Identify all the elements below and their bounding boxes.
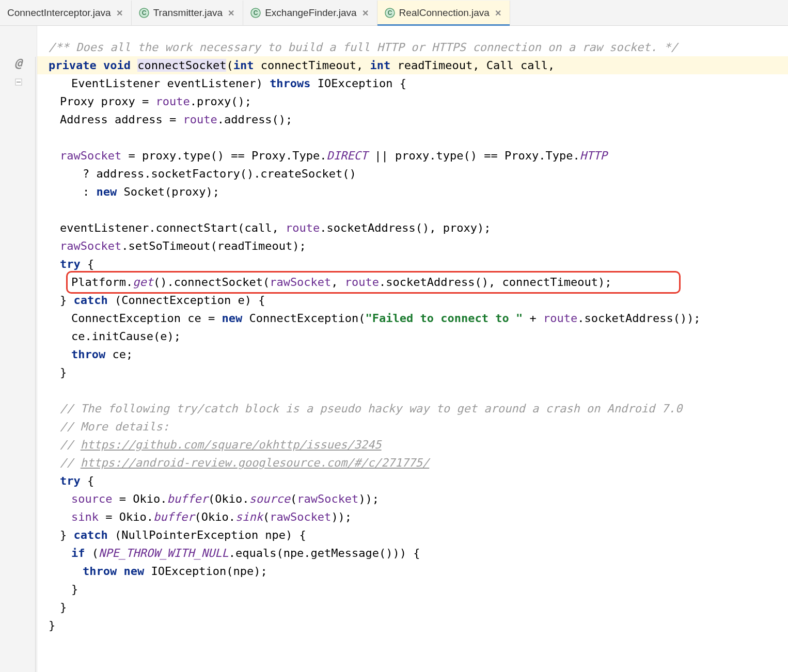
code-line: Proxy proxy = route.proxy(); bbox=[37, 92, 788, 110]
code-line: eventListener.connectStart(call, route.s… bbox=[37, 219, 788, 237]
code-line: } bbox=[37, 363, 788, 381]
fold-toggle-icon[interactable] bbox=[15, 78, 22, 86]
tab-connectinterceptor[interactable]: ConnectInterceptor.java ✕ bbox=[0, 1, 132, 25]
blank-line bbox=[37, 129, 788, 147]
blank-line bbox=[37, 381, 788, 399]
comment-link: // https://android-review.googlesource.c… bbox=[37, 454, 788, 472]
tab-label: ExchangeFinder.java bbox=[265, 7, 356, 19]
highlighted-call: Platform.get().connectSocket(rawSocket, … bbox=[37, 273, 788, 291]
code-line: ? address.socketFactory().createSocket() bbox=[37, 165, 788, 183]
code-line: : new Socket(proxy); bbox=[37, 183, 788, 201]
fold-guide bbox=[35, 57, 36, 672]
code-line: try { bbox=[37, 255, 788, 273]
code-line: rawSocket.setSoTimeout(readTimeout); bbox=[37, 237, 788, 255]
tab-realconnection[interactable]: C RealConnection.java ✕ bbox=[377, 1, 510, 25]
tab-label: RealConnection.java bbox=[399, 7, 490, 19]
code-line: source = Okio.buffer(Okio.source(rawSock… bbox=[37, 490, 788, 508]
javadoc-comment: /** Does all the work necessary to build… bbox=[49, 41, 678, 54]
comment: // The following try/catch block is a ps… bbox=[60, 402, 682, 415]
code-line: sink = Okio.buffer(Okio.sink(rawSocket))… bbox=[37, 508, 788, 526]
tab-label: ConnectInterceptor.java bbox=[7, 7, 111, 19]
code-editor[interactable]: @ /** Does all the work necessary to bui… bbox=[0, 26, 788, 672]
code-line: ConnectException ce = new ConnectExcepti… bbox=[37, 309, 788, 327]
code-line: ce.initCause(e); bbox=[37, 327, 788, 345]
close-icon[interactable]: ✕ bbox=[227, 8, 235, 18]
comment: // More details: bbox=[60, 420, 169, 433]
class-icon: C bbox=[385, 8, 395, 18]
method-signature-cont: EventListener eventListener) throws IOEx… bbox=[37, 74, 788, 92]
method-signature: private void connectSocket(int connectTi… bbox=[37, 56, 788, 74]
comment-link: // https://github.com/square/okhttp/issu… bbox=[37, 436, 788, 454]
code-line: } bbox=[37, 616, 788, 634]
svg-text:C: C bbox=[387, 9, 392, 17]
code-line: rawSocket = proxy.type() == Proxy.Type.D… bbox=[37, 147, 788, 165]
code-line: } bbox=[37, 598, 788, 616]
gutter: @ bbox=[0, 26, 37, 672]
close-icon[interactable]: ✕ bbox=[494, 8, 502, 18]
ide-window: ConnectInterceptor.java ✕ C Transmitter.… bbox=[0, 0, 788, 672]
code-line: } bbox=[37, 580, 788, 598]
svg-text:C: C bbox=[254, 9, 258, 17]
code-line: Address address = route.address(); bbox=[37, 110, 788, 129]
tab-label: Transmitter.java bbox=[153, 7, 223, 19]
code-line: } catch (ConnectException e) { bbox=[37, 291, 788, 309]
tab-transmitter[interactable]: C Transmitter.java ✕ bbox=[132, 1, 243, 25]
code-line: throw ce; bbox=[37, 345, 788, 363]
code-line: try { bbox=[37, 472, 788, 490]
close-icon[interactable]: ✕ bbox=[115, 8, 124, 18]
code-line: } catch (NullPointerException npe) { bbox=[37, 526, 788, 544]
close-icon[interactable]: ✕ bbox=[361, 8, 370, 18]
class-icon: C bbox=[250, 8, 261, 18]
override-gutter-icon[interactable]: @ bbox=[0, 56, 37, 70]
svg-text:C: C bbox=[141, 9, 146, 17]
tab-exchangefinder[interactable]: C ExchangeFinder.java ✕ bbox=[243, 1, 377, 25]
code-line: throw new IOException(npe); bbox=[37, 562, 788, 580]
class-icon: C bbox=[139, 8, 149, 18]
code-area[interactable]: /** Does all the work necessary to build… bbox=[37, 26, 788, 672]
code-line: if (NPE_THROW_WITH_NULL.equals(npe.getMe… bbox=[37, 544, 788, 562]
editor-tabs: ConnectInterceptor.java ✕ C Transmitter.… bbox=[0, 0, 788, 26]
blank-line bbox=[37, 201, 788, 219]
